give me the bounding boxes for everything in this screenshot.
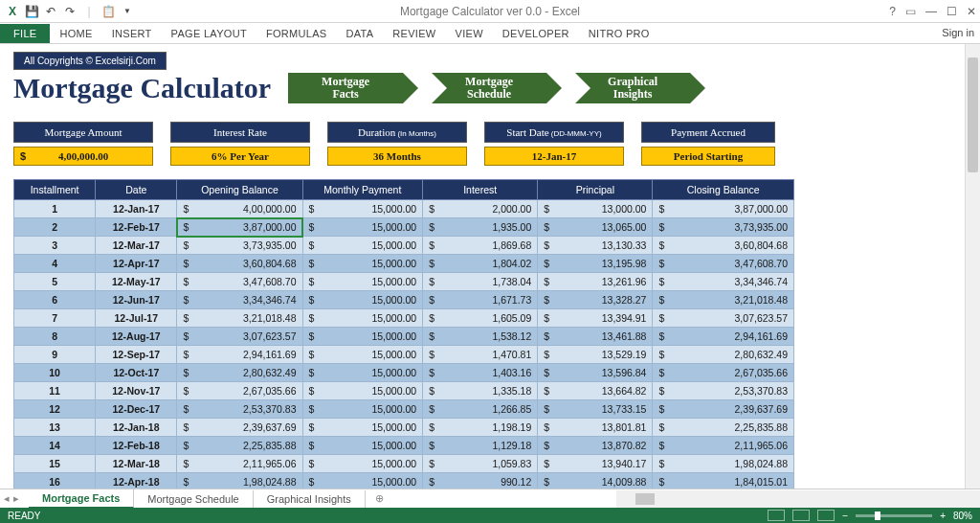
- table-cell[interactable]: $1,266.85: [423, 400, 538, 419]
- ribbon-tab-home[interactable]: HOME: [50, 24, 101, 43]
- minimize-icon[interactable]: —: [925, 5, 937, 18]
- table-cell[interactable]: $2,94,161.69: [653, 328, 794, 346]
- table-cell[interactable]: $13,195.98: [538, 255, 653, 273]
- sheet-tab-graphical-insights[interactable]: Graphical Insights: [254, 490, 366, 508]
- table-cell[interactable]: $13,870.82: [538, 437, 653, 455]
- table-cell[interactable]: $13,733.15: [538, 400, 653, 419]
- ribbon-tab-view[interactable]: VIEW: [446, 24, 493, 43]
- table-cell[interactable]: 12-Apr-18: [96, 473, 177, 489]
- input-value[interactable]: Period Starting: [641, 147, 775, 166]
- nav-arrow-mortgage-schedule[interactable]: MortgageSchedule: [432, 73, 546, 103]
- horizontal-scrollbar[interactable]: [616, 490, 980, 508]
- table-cell[interactable]: 4: [14, 255, 96, 273]
- table-cell[interactable]: $13,130.33: [538, 237, 653, 255]
- table-cell[interactable]: $1,129.18: [423, 437, 538, 455]
- table-cell[interactable]: 13: [14, 419, 96, 437]
- table-cell[interactable]: $15,000.00: [302, 273, 423, 291]
- zoom-in-icon[interactable]: +: [940, 511, 946, 521]
- view-layout-icon[interactable]: [792, 510, 810, 521]
- qat-dropdown-icon[interactable]: ▼: [121, 5, 134, 18]
- table-cell[interactable]: $3,87,000.00: [653, 200, 794, 218]
- maximize-icon[interactable]: ☐: [947, 5, 957, 18]
- table-cell[interactable]: $2,25,835.88: [177, 437, 302, 455]
- ribbon-tab-file[interactable]: FILE: [0, 24, 50, 43]
- table-cell[interactable]: $15,000.00: [302, 437, 423, 455]
- input-value[interactable]: 36 Months: [327, 147, 467, 166]
- table-cell[interactable]: $1,403.16: [423, 364, 538, 382]
- sheet-tab-mortgage-facts[interactable]: Mortgage Facts: [29, 489, 134, 509]
- nav-arrow-graphical-insights[interactable]: GraphicalInsights: [575, 73, 690, 103]
- table-cell[interactable]: 8: [14, 328, 96, 346]
- table-cell[interactable]: $2,67,035.66: [177, 382, 302, 400]
- table-cell[interactable]: 11: [14, 382, 96, 400]
- table-cell[interactable]: $13,940.17: [538, 455, 653, 473]
- table-cell[interactable]: $1,738.04: [423, 273, 538, 291]
- vertical-scrollbar[interactable]: [965, 44, 980, 489]
- table-cell[interactable]: $1,98,024.88: [653, 455, 794, 473]
- table-cell[interactable]: 12-Aug-17: [96, 328, 177, 346]
- table-cell[interactable]: 5: [14, 273, 96, 291]
- table-cell[interactable]: 12-Feb-17: [96, 218, 177, 237]
- table-cell[interactable]: 12: [14, 400, 96, 419]
- table-cell[interactable]: 2: [14, 218, 96, 237]
- table-cell[interactable]: $2,11,965.06: [653, 437, 794, 455]
- paste-icon[interactable]: 📋: [101, 5, 115, 18]
- table-cell[interactable]: $13,261.96: [538, 273, 653, 291]
- table-cell[interactable]: $13,461.88: [538, 328, 653, 346]
- table-cell[interactable]: $3,47,608.70: [653, 255, 794, 273]
- add-sheet-button[interactable]: ⊕: [366, 489, 393, 508]
- view-normal-icon[interactable]: [768, 510, 785, 521]
- table-cell[interactable]: $13,801.81: [538, 419, 653, 437]
- table-cell[interactable]: $15,000.00: [302, 382, 423, 400]
- table-cell[interactable]: 9: [14, 346, 96, 364]
- table-cell[interactable]: $990.12: [423, 473, 538, 489]
- table-cell[interactable]: $13,000.00: [538, 200, 653, 218]
- table-cell[interactable]: $3,07,623.57: [177, 328, 302, 346]
- view-break-icon[interactable]: [817, 510, 835, 521]
- table-cell[interactable]: $3,34,346.74: [177, 291, 302, 309]
- table-cell[interactable]: 7: [14, 309, 96, 328]
- table-cell[interactable]: $4,00,000.00: [177, 200, 302, 218]
- table-cell[interactable]: 12-Oct-17: [96, 364, 177, 382]
- table-cell[interactable]: $1,98,024.88: [177, 473, 302, 489]
- ribbon-tab-nitro-pro[interactable]: NITRO PRO: [579, 24, 659, 43]
- ribbon-tab-data[interactable]: DATA: [336, 24, 383, 43]
- table-cell[interactable]: $2,39,637.69: [177, 419, 302, 437]
- input-value[interactable]: 6% Per Year: [170, 147, 310, 166]
- table-cell[interactable]: $13,596.84: [538, 364, 653, 382]
- table-cell[interactable]: $13,328.27: [538, 291, 653, 309]
- zoom-slider[interactable]: [856, 514, 932, 517]
- help-icon[interactable]: ?: [889, 5, 896, 18]
- table-cell[interactable]: $2,80,632.49: [177, 364, 302, 382]
- ribbon-tab-page-layout[interactable]: PAGE LAYOUT: [162, 24, 256, 43]
- table-cell[interactable]: $3,47,608.70: [177, 273, 302, 291]
- table-cell[interactable]: $3,73,935.00: [653, 218, 794, 237]
- table-cell[interactable]: 3: [14, 237, 96, 255]
- table-cell[interactable]: $1,671.73: [423, 291, 538, 309]
- table-cell[interactable]: $1,869.68: [423, 237, 538, 255]
- table-cell[interactable]: $15,000.00: [302, 328, 423, 346]
- table-cell[interactable]: 12-Mar-17: [96, 237, 177, 255]
- table-cell[interactable]: 6: [14, 291, 96, 309]
- table-cell[interactable]: $15,000.00: [302, 200, 423, 218]
- ribbon-tab-insert[interactable]: INSERT: [102, 24, 162, 43]
- table-cell[interactable]: $1,538.12: [423, 328, 538, 346]
- table-cell[interactable]: 12-May-17: [96, 273, 177, 291]
- sheet-tab-mortgage-schedule[interactable]: Mortgage Schedule: [134, 490, 253, 508]
- table-cell[interactable]: $15,000.00: [302, 309, 423, 328]
- ribbon-tab-review[interactable]: REVIEW: [383, 24, 445, 43]
- table-cell[interactable]: $2,94,161.69: [177, 346, 302, 364]
- zoom-out-icon[interactable]: −: [842, 511, 848, 521]
- table-cell[interactable]: $3,34,346.74: [653, 273, 794, 291]
- table-cell[interactable]: $2,39,637.69: [653, 400, 794, 419]
- table-cell[interactable]: $15,000.00: [302, 237, 423, 255]
- table-cell[interactable]: 12-Jul-17: [96, 309, 177, 328]
- table-cell[interactable]: $3,07,623.57: [653, 309, 794, 328]
- scrollbar-thumb[interactable]: [968, 57, 978, 172]
- table-cell[interactable]: $1,059.83: [423, 455, 538, 473]
- table-cell[interactable]: $2,80,632.49: [653, 346, 794, 364]
- table-cell[interactable]: 12-Dec-17: [96, 400, 177, 419]
- table-cell[interactable]: 12-Jan-17: [96, 200, 177, 218]
- sign-in-link[interactable]: Sign in: [942, 27, 974, 38]
- table-cell[interactable]: $3,87,000.00: [177, 218, 302, 237]
